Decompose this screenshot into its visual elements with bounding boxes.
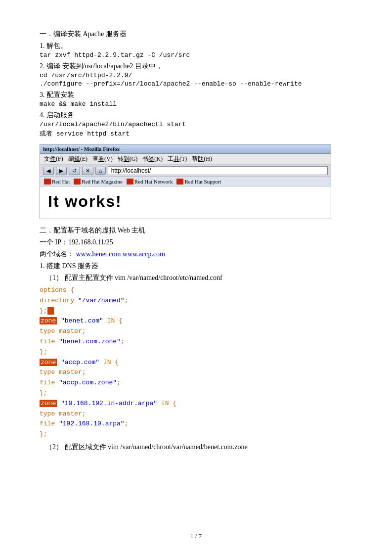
bookmark-magazine[interactable]: Red Hat Magazine: [74, 179, 122, 185]
step3-cmd: make && make install: [40, 100, 352, 108]
zone2-keyword: zone: [40, 359, 57, 366]
domain-line: 两个域名： www.benet.com www.accp.com: [40, 250, 352, 259]
step4-label: 4. 启动服务: [40, 111, 352, 120]
dns-sub1-label: （1） 配置主配置文件 vim /var/named/chroot/etc/na…: [45, 274, 352, 282]
menu-view[interactable]: 查看(V): [92, 155, 113, 163]
page-content: 一．编译安装 Apache 服务器 1. 解包。 tar zxvf httpd-…: [0, 0, 392, 492]
bookmark-label: Red Hat Support: [184, 179, 221, 185]
code-line-zone3-close: };: [40, 429, 352, 440]
page-footer: 1 / 7: [0, 532, 392, 540]
bookmark-support[interactable]: Red Hat Support: [176, 179, 221, 185]
back-button[interactable]: ◀: [43, 167, 54, 175]
code-line-zone3: zone "10.168.192.in-addr.arpa" IN {: [40, 399, 352, 409]
section2-title: 二．配置基于域名的虚拟 Web 主机: [40, 226, 352, 235]
step2-label: 2. 编译 安装到/usr/local/apache2 目录中，: [40, 62, 352, 71]
browser-bookmarks: Red Hat Red Hat Magazine Red Hat Network…: [40, 177, 331, 186]
menu-bookmarks[interactable]: 书签(K): [142, 155, 163, 163]
bookmark-label: Red Hat Magazine: [82, 179, 122, 185]
code-line-zone2-close: };: [40, 388, 352, 399]
browser-content: It works!: [40, 186, 331, 219]
dns-step1-label: 1. 搭建 DNS 服务器: [40, 262, 352, 271]
code-line-zone1-file: file "benet.com.zone";: [40, 337, 352, 347]
step4-cmd2: 或者 service httpd start: [40, 129, 352, 138]
code-line-close1: };: [40, 306, 352, 317]
menu-go[interactable]: 转到(G): [118, 155, 138, 163]
menu-edit[interactable]: 编辑(E): [68, 155, 87, 163]
step1-label: 1. 解包。: [40, 42, 352, 50]
address-bar[interactable]: [108, 166, 328, 175]
browser-menubar: 文件(F) 编辑(E) 查看(V) 转到(G) 书签(K) 工具(T) 帮助(H…: [40, 154, 331, 165]
code-line-zone1: zone "benet.com" IN {: [40, 316, 352, 326]
network-icon: [127, 179, 133, 185]
bookmark-redhat[interactable]: Red Hat: [44, 179, 70, 185]
ip-line: 一个 IP：192.168.0.11/25: [40, 238, 352, 247]
step4-cmd1: /usr/local/apache2/bin/apachectl start: [40, 121, 352, 128]
page-number: 1 / 7: [190, 532, 202, 540]
refresh-button[interactable]: ↺: [69, 167, 80, 175]
code-line-zone2-type: type master;: [40, 368, 352, 378]
domain-line-prefix: 两个域名：: [40, 250, 74, 258]
domain1-link[interactable]: www.benet.com: [76, 250, 121, 258]
browser-toolbar: ◀ ▶ ↺ ✕ ⌂: [40, 165, 331, 177]
redhat-icon: [44, 179, 51, 185]
highlight-block1: [47, 307, 54, 315]
it-works-heading: It works!: [48, 192, 323, 211]
code-line-zone1-type: type master;: [40, 326, 352, 337]
support-icon: [176, 179, 183, 185]
code-line-directory: directory "/var/named";: [40, 296, 352, 306]
browser-titlebar: http://localhost/ - Mozilla Firefox: [40, 144, 331, 154]
step2-cmd1: cd /usr/src/httpd-2.2.9/: [40, 72, 352, 79]
code-line-zone3-file: file "192.168.10.arpa";: [40, 419, 352, 429]
step1-cmd: tar zxvf httpd-2.2.9.tar.gz -C /usr/src: [40, 51, 352, 59]
code-line-zone3-type: type master;: [40, 409, 352, 419]
domain2-link[interactable]: www.accp.com: [123, 250, 165, 258]
zone1-keyword: zone: [40, 317, 57, 324]
browser-title: http://localhost/ - Mozilla Firefox: [43, 146, 328, 152]
step3-label: 3. 配置安装: [40, 91, 352, 99]
home-button[interactable]: ⌂: [95, 167, 106, 175]
step2-cmd2: ./configure --prefix=/usr/local/apache2 …: [40, 80, 352, 88]
named-conf-code: options { directory "/var/named"; }; zon…: [40, 285, 352, 440]
zone3-keyword: zone: [40, 400, 57, 407]
magazine-icon: [74, 179, 81, 185]
menu-tools[interactable]: 工具(T): [168, 155, 187, 163]
bookmark-label: Red Hat: [52, 179, 70, 185]
bookmark-label: Red Hat Network: [134, 179, 173, 185]
code-line-zone2-file: file "accp.com.zone";: [40, 378, 352, 388]
code-line-options: options {: [40, 285, 352, 296]
section1-title: 一．编译安装 Apache 服务器: [40, 30, 352, 39]
forward-button[interactable]: ▶: [56, 167, 67, 175]
bookmark-network[interactable]: Red Hat Network: [127, 179, 173, 185]
stop-button[interactable]: ✕: [82, 167, 93, 175]
code-line-zone2: zone "accp.com" IN {: [40, 358, 352, 368]
menu-file[interactable]: 文件(F): [44, 155, 63, 163]
browser-mockup: http://localhost/ - Mozilla Firefox 文件(F…: [40, 144, 331, 219]
menu-help[interactable]: 帮助(H): [192, 155, 212, 163]
dns-sub2-label: （2） 配置区域文件 vim /var/named/chroot/var/nam…: [45, 443, 352, 452]
code-line-zone1-close: };: [40, 347, 352, 358]
